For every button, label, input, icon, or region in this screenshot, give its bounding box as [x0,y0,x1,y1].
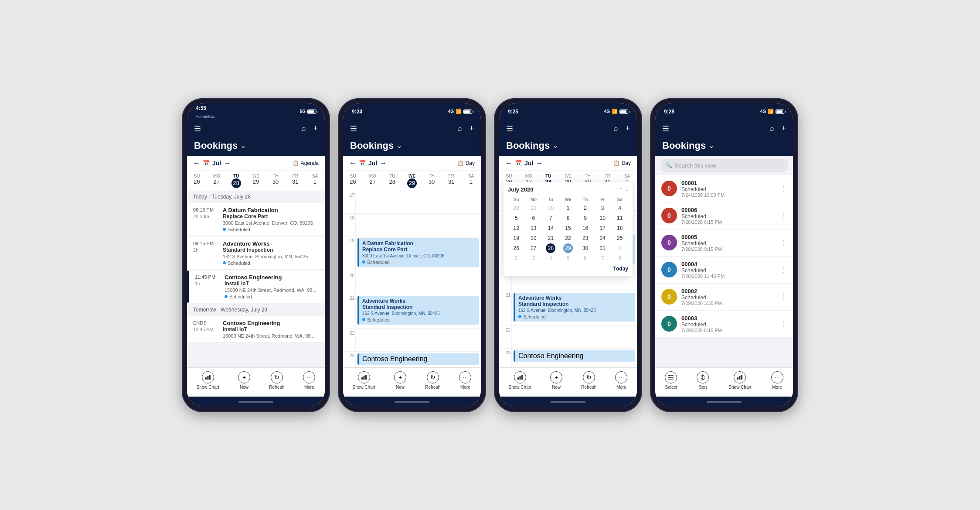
cal-day-30-prev[interactable]: 30 [542,203,559,213]
title-chevron-3[interactable]: ⌄ [552,141,558,150]
next-month-btn-2[interactable]: → [380,159,387,167]
cal-popup-up[interactable]: ↑ [619,186,622,192]
cal-day-2[interactable]: 2 [577,203,594,213]
list-item-00004[interactable]: 0 00004 Scheduled 7/28/2020 11:45 PM ⋮ [655,257,793,284]
search-icon-4[interactable]: ⌕ [769,124,774,133]
list-item-more-00005[interactable]: ⋮ [780,239,787,247]
menu-icon-4[interactable]: ☰ [662,124,669,133]
cal-day-5[interactable]: 5 [508,213,525,223]
cal-day-1-next[interactable]: 1 [611,243,628,253]
cal-day-28-today[interactable]: 28 [546,243,555,253]
calendar-popup[interactable]: July 2020 ↑ ↓ Su Mo Tu We Th Fr Sa 28 [504,182,633,276]
menu-icon-3[interactable]: ☰ [506,124,513,133]
list-item-00006[interactable]: 0 00006 Scheduled 7/28/2020 6:15 PM ⋮ [655,202,793,229]
cal-day-7-next[interactable]: 7 [594,253,611,263]
select-btn-4[interactable]: Select [665,371,677,390]
cal-day-16[interactable]: 16 [577,223,594,233]
list-item-more-00006[interactable]: ⋮ [780,212,787,220]
prev-month-btn-1[interactable]: ← [193,159,200,167]
agenda-item-4[interactable]: ENDS12:45 AM Contoso Engineering Install… [187,316,325,342]
title-chevron-1[interactable]: ⌄ [240,141,246,150]
day-col-tu-1[interactable]: Tu28 [226,173,246,189]
cal-day-14[interactable]: 14 [542,223,559,233]
cal-day-20[interactable]: 20 [525,233,542,243]
list-item-00003[interactable]: 0 00003 Scheduled 7/29/2020 6:15 PM ⋮ [655,311,793,338]
list-item-00001[interactable]: 0 00001 Scheduled 7/24/2020 10:00 PM ⋮ [655,175,793,202]
refresh-btn-3[interactable]: ↻ Refresh [581,371,596,390]
event-card-3[interactable]: Contoso Engineering [357,353,479,365]
cal-day-15[interactable]: 15 [560,223,577,233]
refresh-btn-2[interactable]: ↻ Refresh [425,371,440,390]
cal-day-12[interactable]: 12 [508,223,525,233]
cal-day-3-next[interactable]: 3 [525,253,542,263]
agenda-item-3[interactable]: 11:45 PM1h Contoso Engineering Install I… [187,270,325,303]
cal-day-25[interactable]: 25 [611,233,628,243]
show-chart-btn-2[interactable]: Show Chart [353,371,375,390]
menu-icon-2[interactable]: ☰ [350,124,357,133]
cal-day-4-next[interactable]: 4 [542,253,559,263]
menu-icon-1[interactable]: ☰ [194,124,201,133]
prev-month-btn-3[interactable]: ← [505,159,512,167]
list-item-more-00004[interactable]: ⋮ [780,266,787,274]
event-card-3-2[interactable]: Adventure Works Standard Inspection 162 … [514,293,635,322]
cal-day-3[interactable]: 3 [594,203,611,213]
cal-day-5-next[interactable]: 5 [560,253,577,263]
cal-day-17[interactable]: 17 [594,223,611,233]
search-icon-2[interactable]: ⌕ [457,124,462,133]
new-btn-1[interactable]: + New [238,371,250,390]
cal-day-19[interactable]: 19 [508,233,525,243]
event-card-2[interactable]: Adventure Works Standard Inspection 162 … [357,296,479,325]
cal-day-2-next[interactable]: 2 [508,253,525,263]
add-icon-3[interactable]: + [625,124,630,133]
show-chart-btn-1[interactable]: Show Chart [197,371,219,390]
add-icon-2[interactable]: + [469,124,474,133]
event-card-3-3[interactable]: Contoso Engineering [514,350,635,362]
today-button[interactable]: Today [508,266,628,272]
view-toggle-3[interactable]: 📋 Day [613,160,631,166]
title-chevron-2[interactable]: ⌄ [396,141,402,150]
list-item-00002[interactable]: 0 00002 Scheduled 7/29/2020 3:30 PM ⋮ [655,284,793,311]
add-icon-4[interactable]: + [781,124,786,133]
cal-day-29-selected[interactable]: 29 [563,243,573,253]
cal-day-22[interactable]: 22 [560,233,577,243]
day-col-we-2[interactable]: We29 [402,173,422,189]
prev-month-btn-2[interactable]: ← [349,159,356,167]
next-month-btn-1[interactable]: → [224,159,231,167]
cal-day-10[interactable]: 10 [594,213,611,223]
agenda-item-1[interactable]: 06:15 PM2h 30m A Datum Fabrication Repla… [187,203,325,236]
cal-day-23[interactable]: 23 [577,233,594,243]
view-toggle-2[interactable]: 📋 Day [457,160,475,166]
cal-day-26[interactable]: 26 [508,243,525,253]
search-icon-3[interactable]: ⌕ [613,124,618,133]
new-btn-3[interactable]: + New [550,371,562,390]
cal-day-18[interactable]: 18 [611,223,628,233]
cal-day-6[interactable]: 6 [525,213,542,223]
view-toggle-1[interactable]: 📋 Agenda [293,160,319,166]
list-item-more-00001[interactable]: ⋮ [780,185,787,193]
agenda-item-2[interactable]: 09:15 PM2h Adventure Works Standard Insp… [187,237,325,270]
cal-day-11[interactable]: 11 [611,213,628,223]
more-btn-1[interactable]: ··· More [303,371,315,390]
cal-day-8[interactable]: 8 [560,213,577,223]
show-chart-btn-3[interactable]: Show Chart [509,371,531,390]
title-chevron-4[interactable]: ⌄ [708,141,714,150]
cal-day-31[interactable]: 31 [594,243,611,253]
cal-day-9[interactable]: 9 [577,213,594,223]
cal-day-28-prev[interactable]: 28 [508,203,525,213]
cal-day-1[interactable]: 1 [560,203,577,213]
list-item-more-00002[interactable]: ⋮ [780,293,787,301]
refresh-btn-1[interactable]: ↻ Refresh [269,371,284,390]
next-month-btn-3[interactable]: → [536,159,543,167]
new-btn-2[interactable]: + New [394,371,406,390]
cal-day-7[interactable]: 7 [542,213,559,223]
more-btn-4[interactable]: ··· More [771,371,783,390]
cal-day-13[interactable]: 13 [525,223,542,233]
cal-day-24[interactable]: 24 [594,233,611,243]
add-icon-1[interactable]: + [313,124,318,133]
more-btn-3[interactable]: ··· More [615,371,627,390]
cal-popup-down[interactable]: ↓ [626,186,628,192]
more-btn-2[interactable]: ··· More [459,371,471,390]
cal-day-27[interactable]: 27 [525,243,542,253]
cal-day-4[interactable]: 4 [611,203,628,213]
cal-day-8-next[interactable]: 8 [611,253,628,263]
